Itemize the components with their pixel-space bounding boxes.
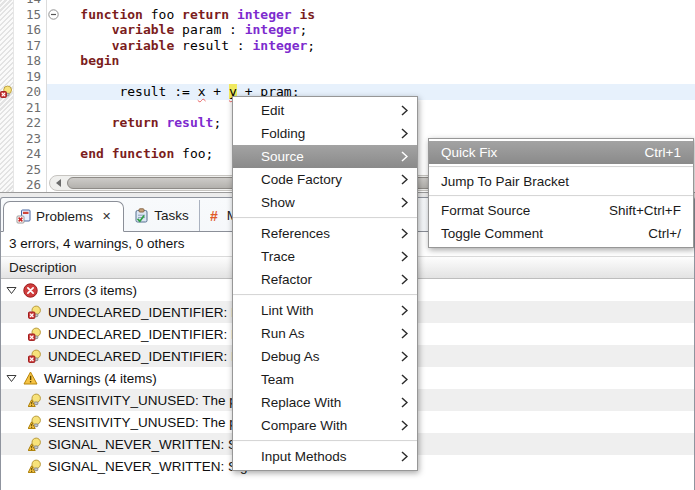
line-number: 21 xyxy=(14,100,47,116)
tab-tasks[interactable]: Tasks xyxy=(124,200,200,231)
quickfix-error-icon xyxy=(28,327,42,341)
line-number: 18 xyxy=(14,53,47,69)
line-number-ruler: 14151617181920212223242526 xyxy=(14,0,47,193)
annotation-ruler[interactable] xyxy=(0,0,14,192)
submenu-arrow-icon xyxy=(401,397,408,408)
submenu-item-toggle-comment[interactable]: Toggle CommentCtrl+/ xyxy=(429,222,693,245)
menu-item-label: Source xyxy=(261,149,391,164)
menu-item-label: Debug As xyxy=(261,349,391,364)
menu-item-team[interactable]: Team xyxy=(233,368,417,391)
menu-item-label: Compare With xyxy=(261,418,391,433)
menu-item-label: Refactor xyxy=(261,272,391,287)
submenu-arrow-icon xyxy=(401,174,408,185)
code-line-16[interactable]: variable param : integer; xyxy=(47,22,695,38)
submenu-arrow-icon xyxy=(401,251,408,262)
menu-item-trace[interactable]: Trace xyxy=(233,245,417,268)
code-line-19[interactable] xyxy=(47,69,695,85)
quickfix-warning-icon xyxy=(28,393,42,407)
menu-item-label: Quick Fix xyxy=(441,145,621,160)
fold-collapse-icon[interactable] xyxy=(48,9,59,20)
quickfix-error-icon xyxy=(28,305,42,319)
menu-item-shortcut: Ctrl+/ xyxy=(648,226,681,241)
submenu-item-quick-fix[interactable]: Quick FixCtrl+1 xyxy=(429,141,693,164)
menu-item-label: Edit xyxy=(261,103,391,118)
tasks-icon xyxy=(134,208,149,223)
submenu-arrow-icon xyxy=(401,420,408,431)
menu-item-shortcut: Ctrl+1 xyxy=(645,145,681,160)
line-number: 25 xyxy=(14,162,47,178)
menu-item-label: Toggle Comment xyxy=(441,226,624,241)
code-line-18[interactable]: begin xyxy=(47,53,695,69)
menu-item-replace-with[interactable]: Replace With xyxy=(233,391,417,414)
line-number: 26 xyxy=(14,177,47,193)
problems-icon xyxy=(16,209,31,224)
submenu-arrow-icon xyxy=(401,151,408,162)
menu-item-label: Trace xyxy=(261,249,391,264)
quickfix-warning-icon xyxy=(28,437,42,451)
tree-expanded-icon[interactable] xyxy=(6,286,17,295)
menu-item-debug-as[interactable]: Debug As xyxy=(233,345,417,368)
quickfix-error-annotation-icon[interactable] xyxy=(0,85,13,98)
submenu-arrow-icon xyxy=(401,228,408,239)
code-line-15[interactable]: function foo return integer is xyxy=(47,7,695,23)
tree-expanded-icon[interactable] xyxy=(6,374,17,383)
menu-item-label: Input Methods xyxy=(261,449,391,464)
svg-text:#: # xyxy=(210,209,218,223)
problem-text: Warnings (4 items) xyxy=(44,371,157,386)
submenu-item-jump-to-pair-bracket[interactable]: Jump To Pair Bracket xyxy=(429,170,693,193)
menu-separator xyxy=(233,217,417,219)
code-line-17[interactable]: variable result : integer; xyxy=(47,38,695,54)
scroll-left-arrow-icon[interactable] xyxy=(50,176,66,190)
tab-label: Problems xyxy=(36,209,93,224)
line-number: 16 xyxy=(14,22,47,38)
menu-item-label: References xyxy=(261,226,391,241)
hash-icon: # xyxy=(210,209,222,223)
menu-item-label: Run As xyxy=(261,326,391,341)
submenu-arrow-icon xyxy=(401,305,408,316)
quickfix-warning-icon xyxy=(28,459,42,473)
ide-window: function foo return integer is variable … xyxy=(0,0,695,490)
menu-item-show[interactable]: Show xyxy=(233,191,417,214)
menu-item-edit[interactable]: Edit xyxy=(233,99,417,122)
menu-item-source[interactable]: Source xyxy=(233,145,417,168)
menu-item-label: Folding xyxy=(261,126,391,141)
menu-item-label: Replace With xyxy=(261,395,391,410)
submenu-item-format-source[interactable]: Format SourceShift+Ctrl+F xyxy=(429,199,693,222)
problem-text: Errors (3 items) xyxy=(44,283,137,298)
menu-separator xyxy=(429,166,693,168)
quickfix-warning-icon xyxy=(28,415,42,429)
menu-item-code-factory[interactable]: Code Factory xyxy=(233,168,417,191)
warning-triangle-icon xyxy=(23,371,38,385)
menu-item-references[interactable]: References xyxy=(233,222,417,245)
submenu-arrow-icon xyxy=(401,274,408,285)
menu-item-label: Show xyxy=(261,195,391,210)
line-number: 19 xyxy=(14,69,47,85)
menu-separator xyxy=(233,294,417,296)
menu-item-input-methods[interactable]: Input Methods xyxy=(233,445,417,468)
error-circle-icon xyxy=(23,283,38,298)
menu-item-label: Code Factory xyxy=(261,172,391,187)
submenu-arrow-icon xyxy=(401,105,408,116)
menu-item-label: Lint With xyxy=(261,303,391,318)
line-number: 22 xyxy=(14,115,47,131)
tab-label: Tasks xyxy=(154,208,189,223)
menu-item-folding[interactable]: Folding xyxy=(233,122,417,145)
submenu-arrow-icon xyxy=(401,451,408,462)
line-number: 20 xyxy=(14,84,47,100)
submenu-arrow-icon xyxy=(401,328,408,339)
menu-item-compare-with[interactable]: Compare With xyxy=(233,414,417,437)
line-number: 15 xyxy=(14,7,47,23)
tab-close-icon[interactable]: ✕ xyxy=(102,210,111,223)
menu-separator xyxy=(233,440,417,442)
menu-item-label: Jump To Pair Bracket xyxy=(441,174,681,189)
submenu-arrow-icon xyxy=(401,374,408,385)
submenu-arrow-icon xyxy=(401,351,408,362)
menu-item-run-as[interactable]: Run As xyxy=(233,322,417,345)
source-submenu: Quick FixCtrl+1Jump To Pair BracketForma… xyxy=(428,138,694,248)
quickfix-error-icon xyxy=(28,349,42,363)
menu-item-refactor[interactable]: Refactor xyxy=(233,268,417,291)
tab-problems[interactable]: Problems✕ xyxy=(3,201,124,232)
menu-item-lint-with[interactable]: Lint With xyxy=(233,299,417,322)
submenu-arrow-icon xyxy=(401,128,408,139)
menu-item-label: Team xyxy=(261,372,391,387)
